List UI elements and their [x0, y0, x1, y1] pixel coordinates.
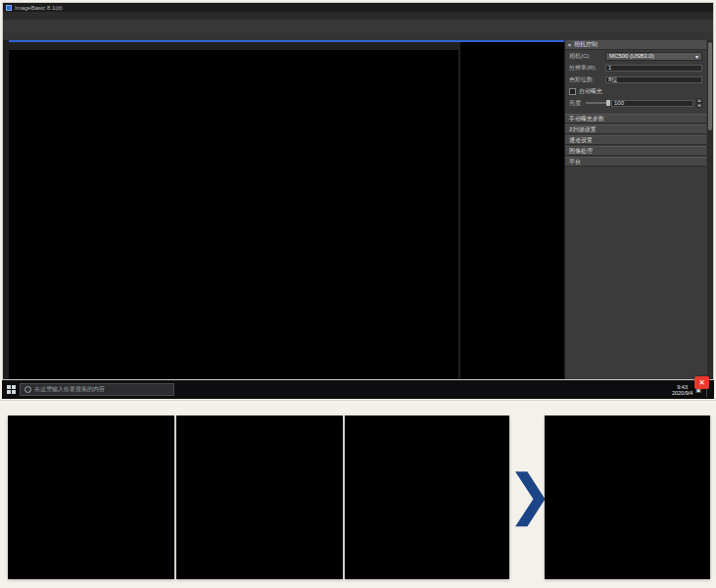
auto-exposure-checkbox[interactable] [569, 88, 576, 95]
chevron-down-icon: ▾ [695, 53, 698, 60]
actin-filaments-image [176, 416, 343, 579]
close-button[interactable]: ✕ [694, 376, 709, 389]
resolution-label: 分辨率(R): [569, 64, 602, 73]
zscan-section-header[interactable]: Z扫描设置 [565, 124, 706, 134]
slider-handle[interactable] [606, 100, 610, 106]
main-image-document [9, 42, 458, 379]
toolbar [3, 20, 713, 33]
clock-date: 2020/9/4 [672, 390, 692, 396]
work-area: ▾ 相机控制 相机(C): MC500 (USB3.0) ▾ 分辨率(R): 色… [3, 40, 713, 379]
exposure-slider-label: 亮度 [569, 99, 583, 108]
menu-bar [3, 12, 713, 20]
action-buttons [565, 109, 706, 113]
app-window: ImageBasic 8.1(d) ▾ 相机控制 [2, 2, 714, 380]
screenshot-root: { "window": { "title": "ImageBasic 8.1(d… [0, 0, 716, 588]
windows-logo-icon [7, 385, 16, 394]
channels-section-header[interactable]: 通道设置 [565, 135, 706, 145]
camera-label: 相机(C): [569, 52, 602, 61]
merged-image [545, 416, 710, 579]
merged-fluorescence-image [9, 50, 458, 378]
panel-scrollbar[interactable] [707, 40, 713, 379]
collapse-icon[interactable]: ▾ [568, 41, 571, 48]
search-icon [24, 386, 31, 393]
title-bar: ImageBasic 8.1(d) [3, 3, 713, 12]
depth-label: 色彩位数: [569, 75, 602, 84]
panel-header[interactable]: ▾ 相机控制 [565, 40, 706, 50]
camera-value: MC500 (USB3.0) [609, 53, 654, 59]
manual-section-header[interactable]: 手动曝光参数 [565, 114, 706, 123]
control-panel: ▾ 相机控制 相机(C): MC500 (USB3.0) ▾ 分辨率(R): 色… [565, 40, 713, 379]
stage-section-header[interactable]: 平台 [565, 157, 706, 167]
channel-thumbnail-column [460, 42, 564, 379]
taskbar-clock[interactable]: 9:43 2020/9/4 [672, 384, 692, 396]
resolution-input[interactable] [605, 65, 702, 72]
camera-select[interactable]: MC500 (USB3.0) ▾ [605, 52, 702, 61]
composite-exposure-slider[interactable] [9, 42, 458, 50]
red-channel-panel [345, 416, 509, 579]
merge-arrow-icon: ❯ [513, 455, 547, 533]
windows-taskbar: 在这里输入你要搜索的内容 9:43 2020/9/4 ▣ [2, 380, 714, 399]
start-button[interactable] [2, 380, 20, 399]
depth-input[interactable] [605, 76, 702, 83]
auto-exposure-label: 自动曝光 [579, 87, 602, 96]
channel-comparison-strip: ❯ [0, 400, 716, 588]
view-tab-row [3, 32, 713, 40]
exposure-slider[interactable] [586, 102, 608, 104]
search-placeholder: 在这里输入你要搜索的内容 [34, 385, 105, 394]
stage-buttons [565, 167, 706, 171]
dapi-nuclei-image [8, 416, 174, 579]
mitochondria-image [345, 416, 509, 579]
panel-title: 相机控制 [574, 40, 597, 49]
exposure-stepper[interactable]: ▴▾ [696, 98, 702, 108]
blue-channel-panel [8, 416, 174, 579]
scrollbar-thumb[interactable] [708, 42, 712, 130]
green-channel-panel [176, 416, 343, 579]
merged-channel-panel [545, 416, 710, 579]
app-icon [6, 5, 12, 11]
exposure-value-input[interactable] [611, 100, 693, 107]
image-processing-section-header[interactable]: 图像处理 [565, 146, 706, 156]
window-title: ImageBasic 8.1(d) [15, 5, 63, 11]
main-canvas[interactable] [9, 50, 458, 379]
taskbar-search[interactable]: 在这里输入你要搜索的内容 [20, 383, 174, 396]
